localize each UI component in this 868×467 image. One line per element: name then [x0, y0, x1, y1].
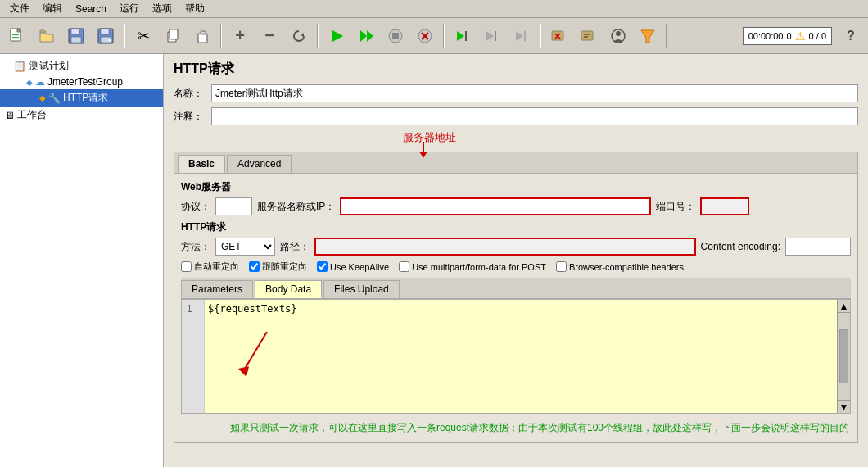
sub-tab-bar: Parameters Body Data Files Upload: [181, 278, 851, 299]
copy-button[interactable]: [159, 22, 187, 50]
svg-marker-40: [419, 152, 427, 158]
encoding-input[interactable]: [785, 238, 851, 256]
body-content[interactable]: ${requestTexts}: [205, 300, 837, 413]
svg-rect-2: [12, 34, 19, 35]
sub-tab-files-upload[interactable]: Files Upload: [323, 280, 400, 298]
auto-redirect-checkbox[interactable]: [181, 261, 192, 272]
body-editor: 1 ${requestTexts} ▲ ▼: [181, 299, 851, 414]
tree-item-plan[interactable]: 📋 测试计划: [0, 57, 163, 75]
menu-search[interactable]: Search: [69, 2, 113, 16]
tab-advanced[interactable]: Advanced: [227, 155, 292, 173]
server-input[interactable]: [340, 197, 651, 215]
saveas-button[interactable]: ✦: [92, 22, 120, 50]
separator-2: [220, 24, 222, 48]
start-remote-button[interactable]: [449, 22, 477, 50]
tree-http-label: HTTP请求: [63, 91, 108, 105]
web-server-row: 协议： 服务器名称或IP： 端口号：: [181, 197, 851, 215]
tab-bar: Basic Advanced: [174, 152, 857, 174]
comment-row: 注释：: [174, 107, 858, 125]
svg-marker-26: [486, 31, 494, 41]
svg-marker-28: [516, 31, 523, 41]
port-input[interactable]: [700, 197, 749, 215]
tree-item-workbench[interactable]: 🖥 工作台: [0, 107, 163, 124]
line-numbers: 1: [182, 300, 205, 413]
remove-button[interactable]: −: [255, 22, 283, 50]
stop-remote-button[interactable]: [478, 22, 506, 50]
follow-redirect-label[interactable]: 跟随重定向: [249, 261, 307, 273]
tree-plan-label: 测试计划: [29, 59, 69, 73]
protocol-input[interactable]: [215, 197, 252, 215]
sub-tab-parameters[interactable]: Parameters: [181, 280, 253, 298]
summary-button[interactable]: [575, 22, 603, 50]
comment-input[interactable]: [211, 107, 858, 125]
stop-now-button[interactable]: [411, 22, 439, 50]
tree-item-http[interactable]: ◆ 🔧 HTTP请求: [0, 89, 163, 107]
svg-marker-17: [360, 30, 367, 42]
http-icon: 🔧: [48, 93, 61, 104]
menu-edit[interactable]: 编辑: [36, 0, 69, 17]
sub-tab-body-data[interactable]: Body Data: [255, 280, 322, 298]
reset-button[interactable]: [285, 22, 313, 50]
save-button[interactable]: [62, 22, 90, 50]
clear-all-button[interactable]: [545, 22, 573, 50]
svg-rect-8: [101, 29, 109, 34]
follow-redirect-checkbox[interactable]: [249, 261, 260, 272]
add-button[interactable]: +: [226, 22, 254, 50]
menu-options[interactable]: 选项: [146, 0, 179, 17]
svg-rect-5: [71, 29, 79, 34]
scroll-down-btn[interactable]: ▼: [838, 400, 850, 413]
group-connector: ◆: [26, 78, 33, 87]
scroll-thumb[interactable]: [839, 329, 848, 383]
svg-marker-18: [367, 30, 373, 42]
funnel-button[interactable]: [634, 22, 662, 50]
browser-compat-checkbox[interactable]: [556, 261, 567, 272]
workbench-icon: 🖥: [5, 110, 15, 121]
web-server-label: Web服务器: [181, 180, 851, 194]
svg-rect-12: [170, 29, 178, 39]
name-input[interactable]: [211, 84, 858, 102]
timer-display: 00:00:00 0 ⚠ 0 / 0: [743, 27, 832, 45]
comment-label: 注释：: [174, 110, 206, 124]
run-button[interactable]: [323, 22, 350, 50]
keepalive-checkbox[interactable]: [317, 261, 328, 272]
scroll-up-btn[interactable]: ▲: [838, 300, 850, 313]
paste-button[interactable]: [188, 22, 216, 50]
plan-icon: 📋: [13, 60, 26, 72]
svg-marker-16: [332, 30, 343, 42]
menu-file[interactable]: 文件: [3, 0, 36, 17]
vertical-scrollbar[interactable]: ▲ ▼: [837, 300, 850, 413]
browser-compat-label[interactable]: Browser-compatible headers: [556, 261, 684, 272]
keepalive-label[interactable]: Use KeepAlive: [317, 261, 389, 272]
auto-redirect-label[interactable]: 自动重定向: [181, 261, 239, 273]
clear-button[interactable]: [508, 22, 536, 50]
separator-3: [317, 24, 319, 48]
down-arrow-svg: [415, 142, 440, 158]
svg-rect-14: [201, 31, 206, 34]
left-panel: 📋 测试计划 ◆ ☁ JmeterTestGroup ◆ 🔧 HTTP请求 🖥 …: [0, 54, 164, 467]
remote-clear-button[interactable]: [604, 22, 632, 50]
http-connector: ◆: [39, 93, 46, 102]
annotation-text: 如果只测试一次请求，可以在这里直接写入一条request请求数据；由于本次测试有…: [230, 420, 851, 436]
svg-rect-33: [581, 31, 593, 40]
port-label: 端口号：: [656, 200, 695, 214]
menu-run[interactable]: 运行: [113, 0, 146, 17]
method-select[interactable]: GET POST PUT DELETE: [215, 238, 275, 256]
separator-4: [443, 24, 445, 48]
new-button[interactable]: [3, 22, 31, 50]
run-no-pause-button[interactable]: [352, 22, 380, 50]
multipart-checkbox[interactable]: [399, 261, 409, 272]
stop-button[interactable]: [382, 22, 409, 50]
svg-marker-38: [641, 30, 654, 43]
multipart-label[interactable]: Use multipart/form-data for POST: [399, 261, 546, 272]
separator-1: [124, 24, 125, 48]
svg-point-37: [616, 31, 621, 36]
help-button[interactable]: ?: [837, 22, 865, 50]
menu-help[interactable]: 帮助: [179, 0, 211, 17]
cut-button[interactable]: ✂: [129, 22, 157, 50]
http-request-label: HTTP请求: [181, 220, 851, 234]
tree-item-group[interactable]: ◆ ☁ JmeterTestGroup: [0, 75, 163, 89]
thread-count: 0: [786, 31, 791, 41]
tab-basic[interactable]: Basic: [178, 155, 225, 173]
open-button[interactable]: [33, 22, 61, 50]
path-input[interactable]: [314, 238, 696, 256]
